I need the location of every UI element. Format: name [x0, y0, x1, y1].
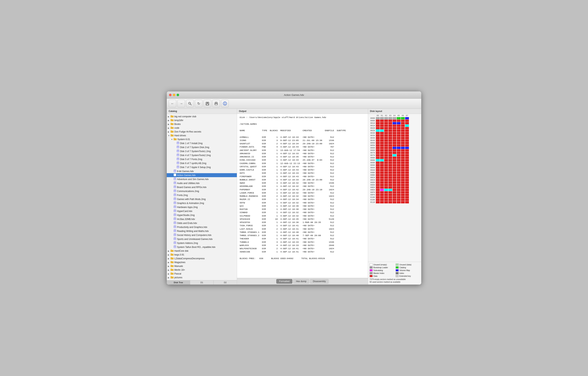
disk-cell[interactable] — [384, 159, 388, 161]
disk-cell[interactable] — [376, 132, 380, 134]
disk-cell[interactable] — [405, 171, 409, 174]
sidebar-item-disk_2_of_7_system_disk.2mg[interactable]: Disk 2 of 7 System Disk.2mg — [167, 145, 237, 149]
disk-cell[interactable] — [388, 130, 392, 132]
disk-cell[interactable] — [384, 162, 388, 164]
disk-cell[interactable] — [401, 169, 405, 171]
disk-cell[interactable] — [380, 149, 384, 152]
disk-cell[interactable] — [388, 194, 392, 196]
sidebar-item-productivity_and_graphics.hdv[interactable]: Productivity and Graphics.hdv — [167, 225, 237, 229]
disk-cell[interactable] — [384, 142, 388, 144]
disk-cell[interactable] — [405, 122, 409, 124]
disk-cell[interactable] — [393, 149, 396, 152]
disk-cell[interactable] — [393, 117, 396, 119]
disk-cell[interactable] — [393, 154, 396, 156]
disk-cell[interactable] — [380, 144, 384, 146]
disk-cell[interactable] — [388, 171, 392, 174]
disk-cell[interactable] — [393, 191, 396, 194]
disk-cell[interactable] — [397, 124, 400, 127]
disk-cell[interactable] — [401, 199, 405, 201]
disk-cell[interactable] — [397, 184, 400, 186]
disk-cell[interactable] — [380, 152, 384, 154]
disk-cell[interactable] — [393, 122, 396, 124]
disk-cell[interactable] — [405, 177, 409, 179]
disk-cell[interactable] — [405, 152, 409, 154]
disk-cell[interactable] — [376, 139, 380, 142]
disk-cell[interactable] — [397, 120, 400, 122]
disk-cell[interactable] — [376, 117, 380, 119]
disk-cell[interactable] — [388, 177, 392, 179]
sidebar-tree[interactable]: ▶big red computer club▶bmp2dhr▶Books▶cod… — [167, 114, 237, 280]
disk-cell[interactable] — [388, 201, 392, 203]
disk-cell[interactable] — [393, 147, 396, 149]
sidebar-item-disk_6_of_7_synthlab.2mg[interactable]: Disk 6 of 7 synthLAB.2mg — [167, 161, 237, 165]
disk-cell[interactable] — [401, 189, 405, 191]
disk-cell[interactable] — [384, 166, 388, 169]
disk-cell[interactable] — [376, 130, 380, 132]
disk-cell[interactable] — [380, 132, 384, 134]
sidebar-item-communications.2mg[interactable]: Communications.2mg — [167, 189, 237, 193]
disk-cell[interactable] — [388, 196, 392, 199]
output-tab-hex-dump[interactable]: Hex dump — [293, 279, 309, 284]
disk-cell[interactable] — [397, 201, 400, 203]
disk-cell[interactable] — [380, 191, 384, 194]
disk-cell[interactable] — [384, 201, 388, 203]
disk-cell[interactable] — [380, 124, 384, 127]
back-button[interactable]: ← — [169, 100, 176, 107]
disk-cell[interactable] — [384, 177, 388, 179]
disk-cell[interactable] — [380, 142, 384, 144]
disk-cell[interactable] — [376, 177, 380, 179]
disk-cell[interactable] — [380, 120, 384, 122]
disk-cell[interactable] — [405, 186, 409, 188]
disk-cell[interactable] — [401, 132, 405, 134]
disk-cell[interactable] — [393, 139, 396, 142]
disk-cell[interactable] — [393, 177, 396, 179]
disk-cell[interactable] — [401, 124, 405, 127]
disk-cell[interactable] — [388, 120, 392, 122]
disk-cell[interactable] — [401, 174, 405, 176]
disk-cell[interactable] — [384, 199, 388, 201]
disk-cell[interactable] — [397, 132, 400, 134]
disk-cell[interactable] — [384, 139, 388, 142]
disk-cell[interactable] — [393, 142, 396, 144]
disk-cell[interactable] — [376, 134, 380, 137]
disk-cell[interactable] — [405, 194, 409, 196]
disk-cell[interactable] — [405, 137, 409, 139]
disk-cell[interactable] — [384, 132, 388, 134]
sidebar-item-8-bit_games.hdv[interactable]: 8-bit Games.hdv — [167, 169, 237, 173]
disk-cell[interactable] — [401, 162, 405, 164]
refresh-button[interactable]: ↻ — [195, 100, 202, 107]
disk-cell[interactable] — [397, 144, 400, 146]
disk-cell[interactable] — [401, 159, 405, 161]
disk-cell[interactable] — [388, 147, 392, 149]
disk-cell[interactable] — [376, 199, 380, 201]
disk-cell[interactable] — [384, 130, 388, 132]
disk-cell[interactable] — [405, 191, 409, 194]
disk-cell[interactable] — [397, 174, 400, 176]
disk-cell[interactable] — [384, 171, 388, 174]
disk-cell[interactable] — [380, 139, 384, 142]
disk-cell[interactable] — [380, 162, 384, 164]
disk-cell[interactable] — [401, 120, 405, 122]
disk-cell[interactable] — [405, 164, 409, 166]
disk-cell[interactable] — [388, 157, 392, 159]
disk-cell[interactable] — [393, 181, 396, 184]
sidebar-item-disk_3_of_7_systemtools1.2mg[interactable]: Disk 3 of 7 SystemTools1.2mg — [167, 149, 237, 153]
disk-cell[interactable] — [376, 124, 380, 127]
disk-cell[interactable] — [405, 201, 409, 203]
sidebar-item-hypercard.hdv[interactable]: HyperCard.hdv — [167, 209, 237, 213]
disk-cell[interactable] — [380, 154, 384, 156]
disk-cell[interactable] — [401, 139, 405, 142]
sidebar-item-system_6.01[interactable]: ▼System 6.01 — [167, 137, 237, 141]
disk-cell[interactable] — [376, 144, 380, 146]
disk-cell[interactable] — [397, 157, 400, 159]
disk-cell[interactable] — [397, 171, 400, 174]
disk-cell[interactable] — [380, 177, 384, 179]
disk-cell[interactable] — [376, 127, 380, 129]
disk-cell[interactable] — [397, 164, 400, 166]
sidebar-item-hyperstudio.2mg[interactable]: HyperStudio.2mg — [167, 213, 237, 217]
disk-cell[interactable] — [376, 189, 380, 191]
disk-cell[interactable] — [397, 154, 400, 156]
disk-cell[interactable] — [384, 179, 388, 181]
disk-cell[interactable] — [388, 122, 392, 124]
disk-cell[interactable] — [405, 139, 409, 142]
